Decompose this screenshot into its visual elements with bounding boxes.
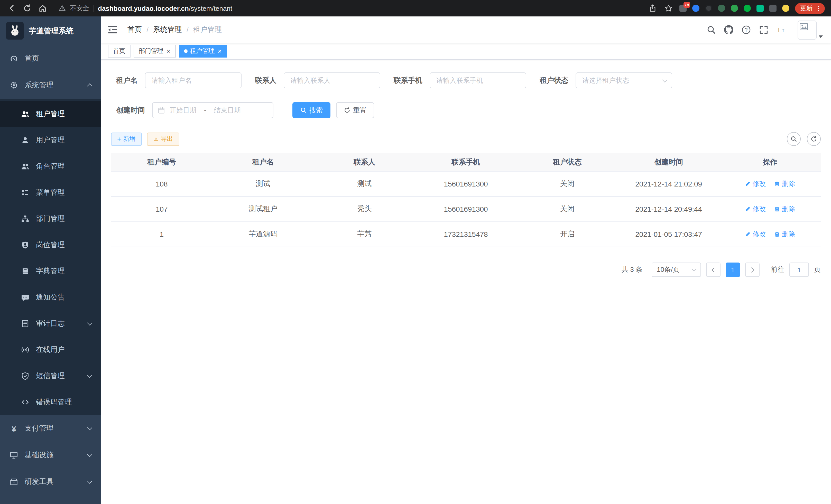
search-button[interactable]: 搜索 xyxy=(292,102,331,118)
phone-label: 联系手机 xyxy=(394,76,423,85)
search-icon[interactable] xyxy=(706,25,716,35)
add-button[interactable]: + 新增 xyxy=(111,132,142,146)
extension-icon[interactable] xyxy=(692,5,699,12)
sidebar-item-post-management[interactable]: 岗位管理 xyxy=(0,232,101,258)
sidebar-item-online-users[interactable]: 在线用户 xyxy=(0,336,101,363)
reset-button-label: 重置 xyxy=(353,106,366,115)
badge-icon xyxy=(21,240,30,249)
reload-icon[interactable] xyxy=(21,2,34,15)
delete-link[interactable]: 删除 xyxy=(774,230,795,239)
sidebar-item-audit-log[interactable]: 审计日志 xyxy=(0,310,101,336)
browser-toolbar: 不安全 dashboard.yudao.iocoder.cn/system/te… xyxy=(0,0,831,17)
cell-tenant-name: 芋道源码 xyxy=(212,230,314,239)
sidebar-item-sms-management[interactable]: 短信管理 xyxy=(0,363,101,389)
sidebar-collapse-icon[interactable] xyxy=(107,24,118,35)
contact-input[interactable] xyxy=(284,72,380,88)
chevron-right-icon xyxy=(749,267,754,272)
delete-label: 删除 xyxy=(782,179,795,188)
bookmark-star-icon[interactable] xyxy=(663,2,674,15)
edit-link[interactable]: 修改 xyxy=(745,230,766,239)
url-host: dashboard.yudao.iocoder.cn xyxy=(98,4,189,12)
edit-link[interactable]: 修改 xyxy=(745,179,766,188)
cell-phone: 15601691300 xyxy=(415,205,517,213)
close-icon[interactable]: × xyxy=(167,48,170,55)
search-button-label: 搜索 xyxy=(309,106,323,115)
status-select[interactable]: 请选择租户状态 xyxy=(576,72,672,88)
breadcrumb-separator: / xyxy=(146,26,148,34)
extension-icon[interactable] xyxy=(756,5,764,12)
phone-input[interactable] xyxy=(430,72,526,88)
extension-icon[interactable] xyxy=(705,5,712,12)
sidebar-item-dict-management[interactable]: 字典管理 xyxy=(0,258,101,284)
sidebar-item-dev-tools[interactable]: 研发工具 xyxy=(0,469,101,495)
top-navbar: 首页 / 系统管理 / 租户管理 ? TT xyxy=(101,17,831,43)
sidebar-item-error-code-management[interactable]: 错误码管理 xyxy=(0,389,101,415)
sidebar-item-tenant-management[interactable]: 租户管理 xyxy=(0,101,101,127)
date-start-placeholder: 开始日期 xyxy=(170,106,196,115)
page-size-value: 10条/页 xyxy=(657,265,679,274)
sidebar-item-dept-management[interactable]: 部门管理 xyxy=(0,206,101,232)
reset-button[interactable]: 重置 xyxy=(336,102,374,118)
page-url[interactable]: dashboard.yudao.iocoder.cn/system/tenant xyxy=(98,4,232,12)
user-avatar[interactable] xyxy=(798,20,823,39)
breadcrumb-item-home[interactable]: 首页 xyxy=(127,25,142,34)
system-submenu: 租户管理 用户管理 角色管理 菜单管理 xyxy=(0,99,101,415)
monitor-icon xyxy=(9,451,19,460)
sidebar-item-user-management[interactable]: 用户管理 xyxy=(0,127,101,153)
sidebar-item-system-management[interactable]: 系统管理 xyxy=(0,72,101,99)
github-icon[interactable] xyxy=(724,25,733,35)
tab-tenant-management[interactable]: 租户管理 × xyxy=(179,45,227,58)
tenant-name-input[interactable] xyxy=(145,72,241,88)
cell-phone: 17321315478 xyxy=(415,230,517,238)
breadcrumb-item-system[interactable]: 系统管理 xyxy=(153,25,182,34)
chevron-down-icon xyxy=(662,77,667,82)
next-page-button[interactable] xyxy=(745,263,760,277)
help-icon[interactable]: ? xyxy=(741,25,751,35)
export-button[interactable]: 导出 xyxy=(147,132,179,146)
sidebar-item-notice[interactable]: 通知公告 xyxy=(0,284,101,310)
edit-link[interactable]: 修改 xyxy=(745,205,766,214)
home-icon[interactable] xyxy=(36,2,49,15)
security-label[interactable]: 不安全 xyxy=(70,4,89,12)
share-icon[interactable] xyxy=(648,2,658,15)
tab-dept-management[interactable]: 部门管理 × xyxy=(134,45,175,58)
refresh-icon xyxy=(810,136,817,142)
extension-icon[interactable] xyxy=(782,5,790,12)
page-number-button[interactable]: 1 xyxy=(726,263,740,277)
extension-icon[interactable] xyxy=(744,5,751,12)
navbar-actions: ? TT xyxy=(706,20,823,39)
tab-label: 部门管理 xyxy=(139,47,164,56)
edit-label: 修改 xyxy=(753,205,766,214)
sidebar-item-home[interactable]: 首页 xyxy=(0,45,101,72)
export-button-label: 导出 xyxy=(161,135,173,143)
goto-page-input[interactable] xyxy=(790,263,809,277)
extension-icon[interactable]: 10 xyxy=(679,5,687,12)
font-size-icon[interactable]: TT xyxy=(776,25,786,35)
sidebar-item-infrastructure[interactable]: 基础设施 xyxy=(0,442,101,469)
edit-pencil-icon xyxy=(745,206,751,212)
browser-update-button[interactable]: 更新 xyxy=(795,3,825,13)
page-size-select[interactable]: 10条/页 xyxy=(652,263,701,277)
delete-link[interactable]: 删除 xyxy=(774,205,795,214)
extension-icon[interactable] xyxy=(769,5,776,12)
extension-icon[interactable] xyxy=(718,5,725,12)
sidebar-item-role-management[interactable]: 角色管理 xyxy=(0,153,101,179)
date-range-picker[interactable]: 开始日期 - 结束日期 xyxy=(152,102,274,118)
sidebar-item-menu-management[interactable]: 菜单管理 xyxy=(0,179,101,206)
svg-text:T: T xyxy=(782,28,784,33)
logo-image xyxy=(6,22,24,39)
sidebar-item-label: 菜单管理 xyxy=(36,188,65,197)
toggle-search-button[interactable] xyxy=(787,132,801,146)
extension-icon[interactable] xyxy=(731,5,738,12)
prev-page-button[interactable] xyxy=(706,263,720,277)
close-icon[interactable]: × xyxy=(218,48,222,55)
tab-home[interactable]: 首页 xyxy=(108,45,131,58)
address-bar[interactable]: 不安全 dashboard.yudao.iocoder.cn/system/te… xyxy=(51,2,646,15)
back-icon[interactable] xyxy=(5,2,19,15)
app-logo[interactable]: 芋道管理系统 xyxy=(0,17,101,45)
refresh-table-button[interactable] xyxy=(807,132,821,146)
fullscreen-icon[interactable] xyxy=(758,25,768,35)
sidebar-item-payment-management[interactable]: ¥ 支付管理 xyxy=(0,415,101,442)
cell-status: 关闭 xyxy=(516,179,618,188)
delete-link[interactable]: 删除 xyxy=(774,179,795,188)
